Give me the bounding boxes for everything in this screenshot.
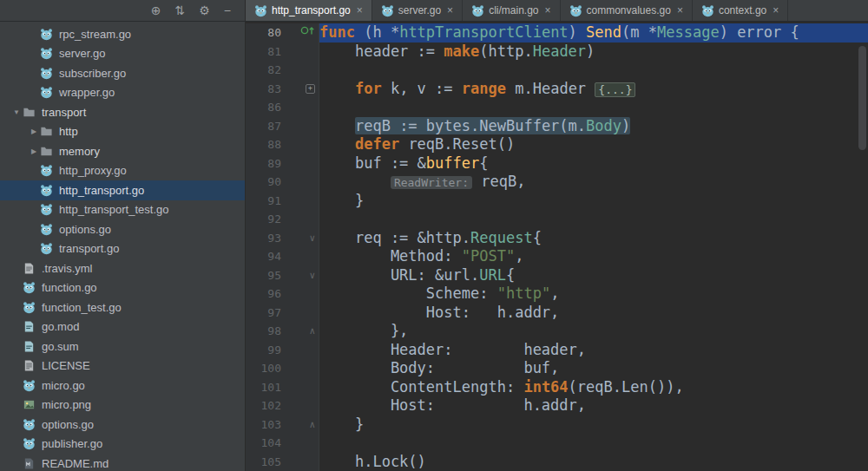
code-text[interactable]: Scheme: "http", [319,285,868,304]
code-text[interactable]: req := &http.Request{ [319,229,868,248]
scrollbar-thumb[interactable] [858,46,866,150]
code-line[interactable]: 83+ for k, v := range m.Header {...} [246,80,868,99]
close-icon[interactable]: × [544,4,550,16]
code-text[interactable]: } [319,192,868,211]
tree-item[interactable]: function_test.go [0,298,245,317]
code-text[interactable] [319,98,868,117]
code-text[interactable]: Body: buf, [319,359,868,378]
code-line[interactable]: 92 [246,210,868,229]
editor-tab[interactable]: context.go× [693,0,788,21]
tree-item[interactable]: ▶memory [0,141,245,161]
tree-item[interactable]: LICENSE [0,357,245,376]
hide-panel-icon[interactable]: − [224,4,231,16]
code-text[interactable] [319,61,868,80]
tree-item[interactable]: rpc_stream.go [0,24,245,44]
fold-expanded-icon[interactable]: ∨ [309,229,315,248]
tree-item[interactable]: subscriber.go [0,63,245,83]
tree-item[interactable]: options.go [0,415,245,435]
tree-item[interactable]: .travis.yml [0,258,245,278]
code-text[interactable]: Host: h.addr, [319,396,868,415]
code-line[interactable]: 95∨ URL: &url.URL{ [246,266,868,285]
code-line[interactable]: 90 ReadWriter: reqB, [246,173,868,192]
code-line[interactable]: 96 Scheme: "http", [246,285,868,304]
code-line[interactable]: 103∧ } [246,415,868,435]
code-line[interactable]: 104 [246,434,868,453]
code-line[interactable]: 81 header := make(http.Header) [246,43,868,62]
tree-item[interactable]: README.md [0,454,245,471]
fold-expanded-icon[interactable]: ∨ [309,266,315,285]
tree-item[interactable]: function.go [0,278,245,298]
tree-item[interactable]: micro.go [0,376,245,396]
code-text[interactable]: func (h *httpTransportClient) Send(m *Me… [319,23,868,43]
close-icon[interactable]: × [773,4,779,16]
tree-item[interactable]: ▶http [0,122,245,142]
override-marker-icon[interactable] [300,23,315,43]
fold-end-icon[interactable]: ∧ [309,415,315,435]
code-editor[interactable]: 80func (h *httpTransportClient) Send(m *… [246,22,868,471]
code-line[interactable]: 80func (h *httpTransportClient) Send(m *… [246,23,868,43]
tree-item[interactable]: http_transport_test.go [0,200,245,220]
code-text[interactable]: Header: header, [319,341,868,360]
close-icon[interactable]: × [447,4,453,16]
tree-item[interactable]: ▼transport [0,102,245,122]
locate-icon[interactable]: ⊕ [151,4,161,16]
close-icon[interactable]: × [357,4,363,16]
code-line[interactable]: 99 Header: header, [246,341,868,360]
tree-item[interactable]: wrapper.go [0,83,245,103]
code-text[interactable] [319,210,868,229]
tree-item[interactable]: http_transport.go [0,180,245,200]
tree-item[interactable]: go.mod [0,317,245,337]
code-text[interactable]: h.Lock() [319,453,868,471]
chevron-down-icon[interactable]: ▼ [10,108,23,116]
code-line[interactable]: 105 h.Lock() [246,453,868,471]
code-line[interactable]: 89 buf := &buffer{ [246,154,868,173]
tree-item[interactable]: go.sum [0,337,245,357]
chevron-right-icon[interactable]: ▶ [28,128,40,135]
folded-region-icon[interactable]: + [306,84,315,94]
code-line[interactable]: 102 Host: h.addr, [246,396,868,415]
code-line[interactable]: 93∨ req := &http.Request{ [246,229,868,248]
settings-gear-icon[interactable]: ⚙ [199,4,210,16]
code-text[interactable]: for k, v := range m.Header {...} [319,80,868,99]
code-line[interactable]: 94 Method: "POST", [246,247,868,266]
code-line[interactable]: 88 defer reqB.Reset() [246,135,868,154]
code-text[interactable]: URL: &url.URL{ [319,266,868,285]
fold-end-icon[interactable]: ∧ [309,322,315,341]
code-text[interactable]: buf := &buffer{ [319,154,868,173]
tree-item[interactable]: transport.go [0,239,245,259]
code-line[interactable]: 97 Host: h.addr, [246,304,868,323]
code-text[interactable]: defer reqB.Reset() [319,135,868,154]
chevron-right-icon[interactable]: ▶ [28,147,40,155]
tree-item[interactable]: micro.png [0,396,245,415]
editor-tab[interactable]: server.go× [372,0,463,21]
code-text[interactable]: } [319,415,868,435]
code-line[interactable]: 91 } [246,192,868,211]
sort-icon[interactable]: ⇅ [175,4,186,16]
folded-code-placeholder[interactable]: {...} [595,82,635,97]
editor-tab[interactable]: http_transport.go× [246,0,372,21]
code-line[interactable]: 87 reqB := bytes.NewBuffer(m.Body) [246,117,868,136]
code-text[interactable]: }, [319,322,868,341]
code-text[interactable]: reqB := bytes.NewBuffer(m.Body) [319,117,868,136]
code-text[interactable]: Method: "POST", [319,247,868,266]
code-text[interactable]: ContentLength: int64(reqB.Len()), [319,378,868,397]
tree-item-label: rpc_stream.go [59,28,131,41]
tree-item[interactable]: http_proxy.go [0,161,245,181]
code-text[interactable]: ReadWriter: reqB, [319,173,868,192]
tree-item[interactable]: options.go [0,219,245,239]
code-line[interactable]: 101 ContentLength: int64(reqB.Len()), [246,378,868,397]
editor-scrollbar[interactable] [856,22,868,471]
code-line[interactable]: 86 [246,98,868,117]
tree-item[interactable]: server.go [0,44,245,64]
code-text[interactable]: header := make(http.Header) [319,43,868,62]
editor-tab[interactable]: commonvalues.go× [561,0,693,21]
code-segment: reqB.Reset() [399,135,515,153]
code-line[interactable]: 98∧ }, [246,322,868,341]
code-line[interactable]: 100 Body: buf, [246,359,868,378]
code-text[interactable]: Host: h.addr, [319,304,868,323]
tree-item[interactable]: publisher.go [0,435,245,455]
code-line[interactable]: 82 [246,61,868,80]
close-icon[interactable]: × [677,4,683,16]
editor-tab[interactable]: cli/main.go× [463,0,560,21]
code-text[interactable] [319,434,868,453]
